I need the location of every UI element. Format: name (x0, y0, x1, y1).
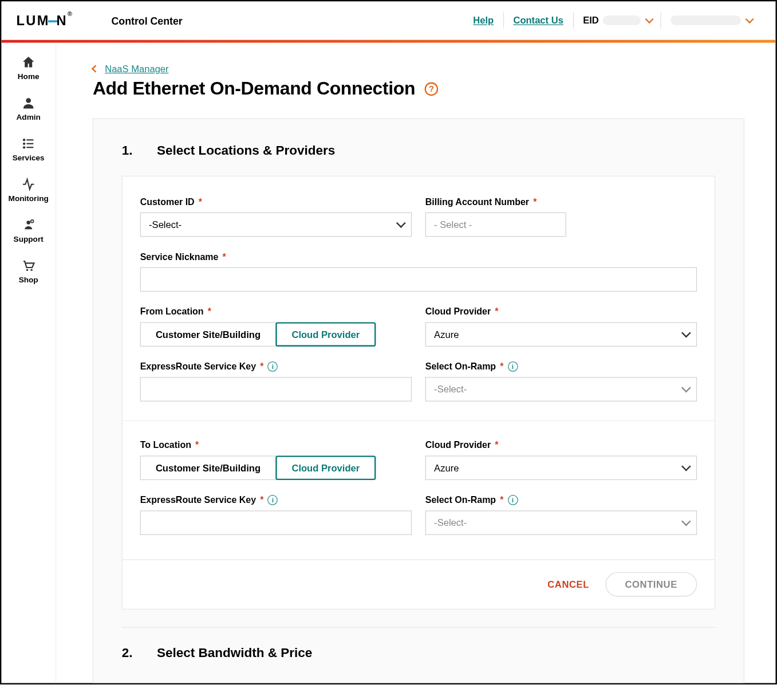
from-er-key-label: ExpressRoute Service Key* i (140, 361, 412, 372)
brand-logo: LUMN® (16, 13, 73, 28)
info-icon[interactable]: i (268, 361, 278, 372)
ban-select[interactable]: - Select - (425, 212, 566, 237)
from-on-ramp-label: Select On-Ramp* i (425, 361, 697, 372)
sidebar-item-home[interactable]: Home (1, 55, 56, 81)
left-sidebar: Home Admin Services Monitoring Support S… (1, 43, 56, 683)
from-cloud-provider-select[interactable]: Azure (425, 322, 697, 347)
svg-rect-2 (26, 139, 33, 140)
service-nickname-input[interactable] (140, 267, 697, 292)
chevron-down-icon (681, 461, 691, 471)
eid-dropdown[interactable]: EID (574, 12, 661, 28)
to-cloud-provider-label: Cloud Provider* (425, 440, 697, 450)
to-on-ramp-select[interactable]: -Select- (425, 510, 697, 535)
svg-point-9 (26, 269, 28, 271)
help-icon[interactable]: ? (425, 82, 439, 96)
svg-rect-4 (26, 143, 33, 144)
to-on-ramp-label: Select On-Ramp* i (425, 495, 697, 505)
chevron-down-icon (645, 14, 654, 23)
svg-point-1 (23, 139, 25, 141)
from-location-cloud-provider[interactable]: Cloud Provider (275, 322, 376, 347)
activity-icon (21, 177, 36, 192)
step-number: 1. (122, 143, 133, 158)
chevron-down-icon (681, 516, 691, 526)
to-location-cloud-provider[interactable]: Cloud Provider (275, 455, 376, 480)
home-icon (21, 55, 36, 70)
step-1-form: Customer ID* -Select- Billing Account Nu… (122, 175, 715, 609)
step-number: 2. (122, 645, 133, 660)
from-location-customer-site[interactable]: Customer Site/Building (140, 322, 277, 347)
app-name: Control Center (112, 14, 183, 26)
chevron-down-icon (681, 328, 691, 337)
chevron-down-icon (396, 218, 406, 228)
app-header: LUMN® Control Center Help Contact Us EID (1, 1, 775, 40)
wizard-panel: 1. Select Locations & Providers Customer… (93, 118, 744, 683)
contact-us-link[interactable]: Contact Us (504, 12, 574, 28)
from-er-key-input[interactable] (140, 377, 412, 402)
chevron-down-icon (681, 383, 691, 392)
breadcrumb-back-link[interactable]: NaaS Manager (105, 63, 168, 74)
sidebar-item-label: Home (18, 73, 40, 81)
svg-point-10 (30, 269, 32, 271)
svg-point-8 (31, 220, 34, 223)
list-icon (21, 136, 36, 151)
to-location-customer-site[interactable]: Customer Site/Building (140, 455, 277, 480)
to-cloud-provider-select[interactable]: Azure (425, 455, 697, 480)
from-location-toggle: Customer Site/Building Cloud Provider (140, 322, 412, 347)
step-1-heading: 1. Select Locations & Providers (93, 143, 744, 176)
service-nickname-label: Service Nickname* (140, 251, 697, 262)
step-2-heading: 2. Select Bandwidth & Price (93, 627, 744, 678)
sidebar-item-monitoring[interactable]: Monitoring (1, 177, 56, 203)
step-title: Select Locations & Providers (157, 143, 335, 158)
main-content: NaaS Manager Add Ethernet On-Demand Conn… (56, 43, 775, 683)
svg-point-5 (23, 146, 25, 148)
to-location-label: To Location* (140, 440, 412, 450)
sidebar-item-label: Services (13, 154, 45, 162)
to-er-key-label: ExpressRoute Service Key* i (140, 495, 412, 505)
sidebar-item-support[interactable]: Support (1, 218, 56, 243)
eid-label: EID (583, 12, 599, 28)
chevron-down-icon (746, 14, 754, 23)
user-icon (21, 96, 36, 111)
continue-button[interactable]: CONTINUE (605, 572, 697, 596)
info-icon[interactable]: i (268, 495, 278, 505)
from-cloud-provider-label: Cloud Provider* (425, 306, 697, 317)
customer-id-select[interactable]: -Select- (140, 212, 412, 237)
svg-point-0 (26, 98, 31, 103)
cancel-button[interactable]: CANCEL (547, 579, 589, 589)
sidebar-item-label: Monitoring (9, 195, 49, 203)
ban-label: Billing Account Number* (425, 196, 697, 207)
sidebar-item-label: Admin (17, 113, 41, 121)
svg-point-3 (23, 143, 25, 145)
sidebar-item-label: Shop (19, 276, 38, 284)
chevron-left-icon (92, 65, 99, 72)
page-title: Add Ethernet On-Demand Connection (93, 78, 415, 99)
info-icon[interactable]: i (508, 495, 518, 505)
section-divider (123, 420, 715, 420)
sidebar-item-label: Support (14, 235, 44, 243)
help-link[interactable]: Help (464, 12, 504, 28)
sidebar-item-admin[interactable]: Admin (1, 96, 56, 121)
eid-value (603, 15, 641, 25)
breadcrumb: NaaS Manager (93, 63, 744, 74)
from-location-label: From Location* (140, 306, 412, 317)
form-footer: CANCEL CONTINUE (123, 559, 715, 608)
to-location-toggle: Customer Site/Building Cloud Provider (140, 455, 412, 480)
svg-point-7 (26, 221, 30, 225)
from-on-ramp-select[interactable]: -Select- (425, 377, 697, 402)
sidebar-item-services[interactable]: Services (1, 136, 56, 162)
info-icon[interactable]: i (508, 361, 518, 372)
gear-person-icon (21, 218, 36, 233)
sidebar-item-shop[interactable]: Shop (1, 258, 56, 284)
account-dropdown[interactable] (661, 15, 761, 25)
svg-rect-6 (26, 147, 33, 148)
account-value (670, 15, 741, 25)
to-er-key-input[interactable] (140, 510, 412, 535)
customer-id-label: Customer ID* (140, 196, 412, 207)
step-title: Select Bandwidth & Price (157, 645, 312, 660)
cart-icon (21, 258, 36, 273)
